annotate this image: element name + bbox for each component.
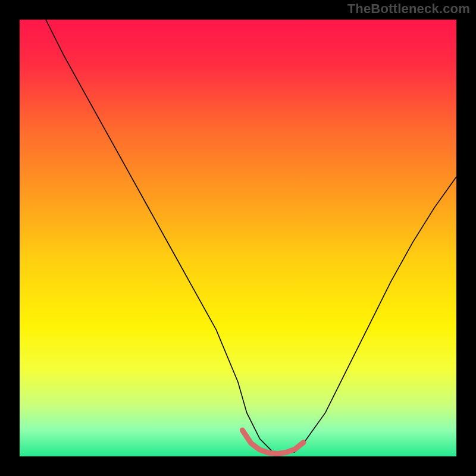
gradient-background [20,20,456,456]
chart-svg [20,20,456,456]
chart-frame: TheBottleneck.com [0,0,476,476]
watermark-text: TheBottleneck.com [347,1,470,17]
plot-area [20,20,456,456]
